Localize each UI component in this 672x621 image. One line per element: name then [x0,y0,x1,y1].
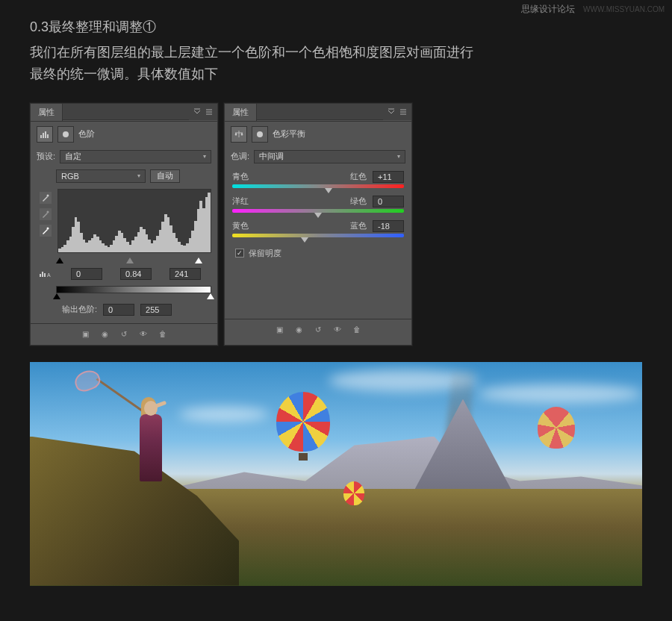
adjustment-name: 色阶 [78,128,95,140]
channel-value: RGB [61,172,79,181]
input-gamma-field[interactable]: 0.84 [120,268,152,280]
svg-rect-0 [40,135,42,138]
tone-value: 中间调 [259,151,284,162]
slider-knob[interactable] [314,213,322,218]
menu-icon[interactable] [399,108,407,116]
menu-icon[interactable] [205,108,213,116]
preset-dropdown[interactable]: 自定 ▾ [60,150,211,163]
output-gradient[interactable] [56,286,211,293]
mask-icon[interactable] [57,126,74,143]
magenta-green-row: 洋红 绿色 0 [225,191,411,216]
blue-label: 蓝色 [350,220,367,231]
yellow-blue-row: 黄色 蓝色 -18 [225,216,411,240]
magenta-green-value[interactable]: 0 [373,196,404,207]
yellow-blue-value[interactable]: -18 [373,220,404,232]
eyedropper-column [37,189,55,253]
output-values-row: 输出色阶: 0 255 [31,298,217,320]
white-point-handle[interactable] [195,258,202,263]
gamma-handle[interactable] [126,258,134,263]
red-label: 红色 [350,171,367,182]
clip-icon[interactable]: ▣ [272,324,287,336]
svg-point-4 [63,131,69,137]
eyedropper-black-icon[interactable] [40,192,52,204]
input-white-field[interactable]: 241 [169,268,201,280]
histogram[interactable] [57,189,211,253]
input-black-field[interactable]: 0 [71,268,102,280]
color-balance-panel: 属性 色彩平衡 色调: 中间调 ▾ 青色 红色 +11 [224,103,412,346]
collapse-icon[interactable] [193,108,201,116]
panel-titlebar: 属性 [31,104,217,122]
watermark-text: 思缘设计论坛 [521,4,575,14]
channel-dropdown[interactable]: RGB ▾ [56,169,146,183]
cyan-red-value[interactable]: +11 [373,171,404,183]
eyedropper-white-icon[interactable] [40,225,52,237]
input-values-row: A 0 0.84 241 [31,266,217,281]
preserve-luminosity-row: ✓ 保留明度 [225,240,411,263]
slider-knob[interactable] [301,237,308,243]
mask-icon[interactable] [252,126,268,143]
tone-dropdown[interactable]: 中间调 ▾ [254,150,405,163]
girl-figure [131,377,172,481]
magenta-green-slider[interactable] [232,209,404,213]
cyan-red-slider[interactable] [232,184,404,188]
balloon-large [276,392,330,452]
visibility-icon[interactable]: 👁 [330,324,345,336]
svg-rect-3 [47,134,49,138]
butterfly-net-head [72,367,103,394]
auto-button[interactable]: 自动 [150,169,180,183]
output-white-field[interactable]: 255 [140,304,172,316]
balloon-small [343,481,364,505]
svg-point-12 [257,131,263,137]
svg-rect-2 [45,131,46,138]
reset-icon[interactable]: ↺ [311,324,326,336]
preset-row: 预设: 自定 ▾ [31,147,217,166]
histogram-area [31,186,217,256]
svg-rect-1 [43,133,44,138]
visibility-icon[interactable]: 👁 [136,328,151,340]
view-icon[interactable]: ◉ [97,328,112,340]
output-black-handle[interactable] [53,293,60,299]
eyedropper-gray-icon[interactable] [40,208,52,220]
panels-row: 属性 色阶 预设: 自定 ▾ RGB ▾ 自动 [0,93,672,346]
yellow-blue-slider[interactable] [232,234,404,237]
step-desc-line2: 最终的统一微调。具体数值如下 [30,63,642,85]
reset-icon[interactable]: ↺ [116,328,131,340]
green-label: 绿色 [350,196,367,207]
step-title: 0.3最终整理和调整① [30,18,642,36]
tone-label: 色调: [231,151,249,162]
input-slider-track[interactable] [56,258,211,263]
chevron-down-icon: ▾ [203,153,206,160]
panel-tab[interactable]: 属性 [225,104,257,121]
slider-knob[interactable] [325,188,332,193]
levels-small-icon: A [37,270,53,278]
watermark: 思缘设计论坛 WWW.MISSYUAN.COM [521,3,665,16]
black-point-handle[interactable] [56,258,63,263]
collapse-icon[interactable] [388,108,395,116]
magenta-label: 洋红 [232,196,249,207]
adjustment-type-row: 色彩平衡 [225,122,411,147]
panel-tab[interactable]: 属性 [31,104,63,121]
panel-titlebar: 属性 [225,104,411,122]
preserve-luminosity-checkbox[interactable]: ✓ [235,249,244,258]
view-icon[interactable]: ◉ [291,324,306,336]
svg-rect-8 [40,274,41,277]
cyan-red-row: 青色 红色 +11 [225,166,411,191]
balance-icon[interactable] [231,126,247,143]
preserve-luminosity-label: 保留明度 [249,248,281,259]
svg-point-5 [47,194,49,196]
trash-icon[interactable]: 🗑 [155,328,170,340]
trash-icon[interactable]: 🗑 [349,324,364,336]
adjustment-type-row: 色阶 [31,122,217,147]
output-black-field[interactable]: 0 [103,304,134,316]
clip-icon[interactable]: ▣ [78,328,93,340]
result-image [30,362,642,586]
balloon-right [538,407,575,449]
preset-label: 预设: [37,151,55,162]
svg-rect-9 [42,272,43,277]
levels-icon[interactable] [37,126,53,143]
cyan-label: 青色 [232,171,249,182]
adjustment-name: 色彩平衡 [273,128,305,140]
output-white-handle[interactable] [207,293,214,299]
panel-footer: ▣ ◉ ↺ 👁 🗑 [31,323,217,345]
output-label: 输出色阶: [62,304,97,315]
